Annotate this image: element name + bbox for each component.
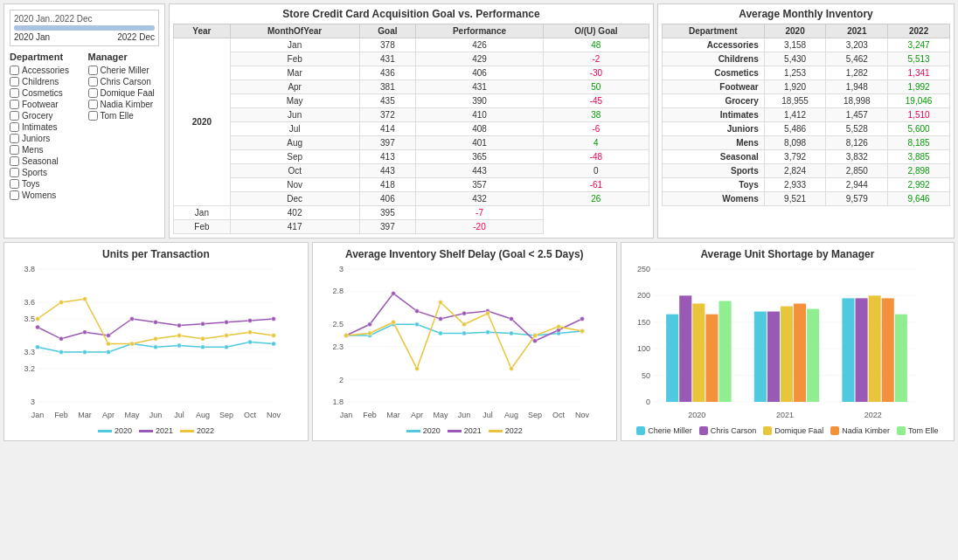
svg-text:2: 2 [339, 376, 344, 384]
mgr-checkbox[interactable] [88, 88, 98, 98]
shelf-legend: 202020212022 [318, 426, 611, 435]
dept-checkbox[interactable] [10, 156, 19, 166]
dept-checkbox[interactable] [10, 190, 19, 200]
credit-cell: 431 [359, 52, 416, 66]
dept-label: Cosmetics [22, 88, 63, 98]
legend-label: 2021 [156, 426, 173, 435]
credit-cell: Nov [230, 178, 359, 192]
manager-filter: Manager Cherie MillerChris CarsonDomique… [88, 52, 160, 202]
mgr-checkbox[interactable] [88, 100, 98, 109]
inv-cell: 3,158 [764, 38, 826, 52]
svg-point-105 [438, 301, 442, 305]
table-row: Jan402395-7 [174, 206, 649, 220]
dept-checkbox[interactable] [10, 134, 19, 143]
svg-point-54 [248, 330, 253, 335]
department-item: Mens [10, 145, 81, 155]
credit-cell: 395 [359, 206, 416, 220]
credit-cell: 431 [416, 80, 543, 94]
svg-text:Jun: Jun [458, 411, 471, 419]
inv-cell: 9,521 [764, 192, 826, 206]
credit-cell: Apr [230, 80, 359, 94]
svg-point-36 [83, 330, 87, 335]
mgr-label: Tom Elle [101, 111, 134, 121]
svg-text:Jan: Jan [31, 411, 45, 419]
svg-point-111 [580, 328, 584, 333]
svg-point-53 [225, 334, 229, 338]
credit-cell: 401 [416, 136, 543, 150]
inv-cell: 2,850 [826, 164, 888, 178]
svg-rect-125 [679, 295, 691, 402]
shortage-legend-item: Domique Faal [763, 426, 823, 435]
table-row: Juniors5,4865,5285,600 [663, 122, 950, 136]
mgr-checkbox[interactable] [88, 77, 98, 86]
dept-checkbox[interactable] [10, 122, 19, 132]
credit-cell: Aug [230, 136, 359, 150]
inv-cell: 5,528 [826, 122, 888, 136]
dept-label: Seasonal [22, 156, 59, 166]
svg-point-26 [107, 350, 111, 355]
inv-header-cell: 2020 [764, 24, 826, 38]
svg-point-52 [201, 336, 205, 341]
credit-cell: Feb [230, 52, 359, 66]
slider-area: 2020 Jan..2022 Dec 2020 Jan 2022 Dec [10, 10, 159, 46]
svg-point-42 [225, 320, 229, 324]
svg-rect-140 [894, 315, 906, 402]
dept-checkbox[interactable] [10, 179, 19, 189]
inv-cell: 2,944 [826, 178, 888, 192]
table-row: Sports2,8242,8502,898 [663, 164, 950, 178]
inv-cell: 1,920 [764, 80, 826, 94]
dept-checkbox[interactable] [10, 88, 19, 98]
svg-point-50 [154, 336, 158, 341]
inventory-title: Average Monthly Inventory [662, 8, 950, 20]
shortage-chart-title: Average Unit Shortage by Manager [627, 248, 948, 260]
svg-point-93 [414, 309, 419, 314]
svg-rect-138 [868, 295, 880, 402]
svg-text:Aug: Aug [504, 411, 518, 419]
filter-panel: 2020 Jan..2022 Dec 2020 Jan 2022 Dec Dep… [3, 3, 165, 239]
dept-checkbox[interactable] [10, 77, 19, 86]
credit-card-title: Store Credit Card Acquisition Goal vs. P… [173, 8, 649, 20]
dept-checkbox[interactable] [10, 111, 19, 121]
credit-cell: 4 [543, 136, 649, 150]
svg-text:3.3: 3.3 [24, 348, 35, 356]
table-row: Sep413365-48 [174, 150, 649, 164]
inv-cell: 9,646 [888, 192, 950, 206]
credit-cell: 417 [230, 220, 359, 234]
svg-point-43 [248, 318, 253, 322]
svg-text:Apr: Apr [411, 411, 423, 419]
dept-checkbox[interactable] [10, 168, 19, 177]
slider-track[interactable] [14, 25, 155, 31]
svg-rect-136 [842, 298, 854, 402]
credit-cell: Sep [230, 150, 359, 164]
inv-header-cell: 2022 [888, 24, 950, 38]
credit-cell: -20 [416, 220, 543, 234]
dept-checkbox[interactable] [10, 100, 19, 109]
svg-text:0: 0 [646, 398, 650, 406]
mgr-checkbox[interactable] [88, 111, 98, 121]
inv-cell: Footwear [663, 80, 765, 94]
table-row: Childrens5,4305,4625,513 [663, 52, 950, 66]
inv-cell: 18,998 [826, 94, 888, 108]
department-item: Grocery [10, 111, 81, 121]
svg-rect-133 [794, 304, 806, 403]
svg-text:50: 50 [642, 371, 650, 380]
svg-text:Sep: Sep [528, 411, 542, 419]
table-row: Cosmetics1,2531,2821,341 [663, 66, 950, 80]
inv-cell: 1,992 [888, 80, 950, 94]
manager-item: Domique Faal [88, 88, 160, 98]
table-row: Mens8,0988,1268,185 [663, 136, 950, 150]
dept-checkbox[interactable] [10, 145, 19, 155]
table-row: Feb417397-20 [174, 220, 649, 234]
credit-cell: 402 [230, 206, 359, 220]
dept-label: Footwear [22, 100, 59, 109]
credit-header-cell: Goal [359, 24, 416, 38]
dept-checkbox[interactable] [10, 66, 19, 75]
svg-point-98 [532, 339, 537, 343]
department-item: Accessories [10, 66, 81, 75]
manager-item: Chris Carson [88, 77, 160, 86]
svg-point-109 [532, 334, 537, 338]
credit-cell: -48 [543, 150, 649, 164]
shortage-legend-color [699, 426, 708, 435]
credit-cell: 443 [416, 164, 543, 178]
mgr-checkbox[interactable] [88, 66, 98, 75]
